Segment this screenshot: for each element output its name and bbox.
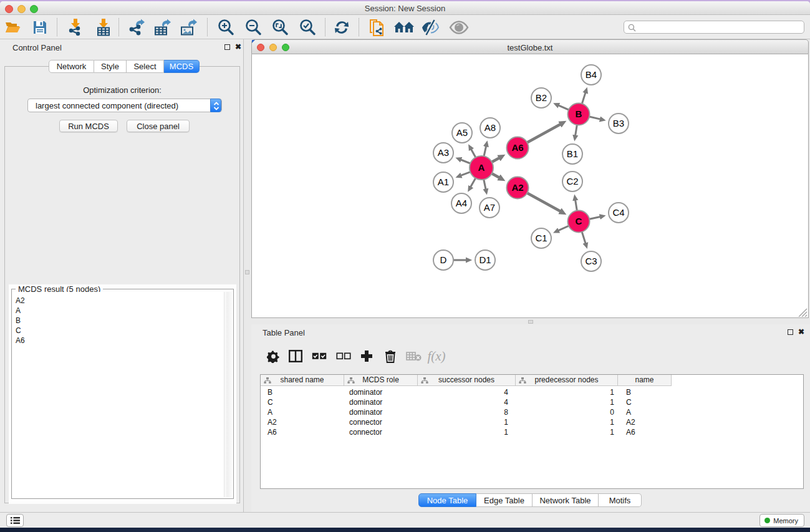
window-title: Session: New Session [0, 4, 810, 13]
settings-gear-icon[interactable] [263, 346, 284, 367]
mcds-result-list[interactable]: A2ABCA6 [13, 292, 232, 497]
run-mcds-button[interactable]: Run MCDS [59, 120, 118, 132]
table-row[interactable]: Bdominator41B [261, 388, 672, 398]
svg-text:A4: A4 [456, 198, 467, 208]
export-image-icon[interactable] [178, 17, 200, 38]
svg-text:A5: A5 [456, 127, 468, 138]
cell-MCDS-role: connector [344, 418, 418, 428]
node-C4[interactable]: C4 [609, 203, 629, 223]
zoom-out-icon[interactable] [242, 17, 264, 38]
column-label: MCDS role [362, 375, 399, 384]
split-view-icon[interactable] [285, 346, 306, 367]
cell-predecessor-nodes: 1 [516, 388, 618, 398]
zoom-in-icon[interactable] [215, 17, 237, 38]
tab-node-table[interactable]: Node Table [418, 493, 476, 507]
node-C2[interactable]: C2 [562, 172, 582, 191]
mcds-result-item[interactable]: A [13, 306, 232, 316]
task-history-button[interactable] [6, 514, 24, 527]
vertical-splitter-grip[interactable] [245, 270, 249, 274]
network-canvas[interactable]: AA6A2BCA1A3A4A5A7A8B1B2B3B4C1C2C3C4DD1 [251, 54, 809, 318]
chevron-up-down-icon [213, 101, 220, 111]
memory-button[interactable]: Memory [759, 514, 804, 527]
tab-style[interactable]: Style [94, 60, 127, 73]
network-window: testGlobe.txt AA6A2BCA1A3A4A5A7A8B1B2B3B… [251, 39, 809, 319]
duplicate-network-icon[interactable] [366, 17, 388, 38]
control-panel-header: Control Panel ✖ [0, 39, 243, 56]
tab-network-table[interactable]: Network Table [533, 493, 599, 507]
node-A5[interactable]: A5 [452, 123, 472, 143]
node-D1[interactable]: D1 [475, 250, 495, 270]
tab-select[interactable]: Select [127, 60, 164, 73]
column-label: predecessor nodes [534, 375, 598, 384]
node-C3[interactable]: C3 [581, 251, 601, 271]
node-A8[interactable]: A8 [480, 118, 500, 138]
network-graph[interactable]: AA6A2BCA1A3A4A5A7A8B1B2B3B4C1C2C3C4DD1 [252, 54, 808, 317]
export-table-icon[interactable] [152, 17, 174, 38]
zoom-fit-icon[interactable] [269, 17, 291, 38]
close-panel-button[interactable]: Close panel [127, 120, 190, 132]
node-A4[interactable]: A4 [451, 193, 471, 213]
column-header-predecessor-nodes[interactable]: predecessor nodes [516, 375, 618, 386]
close-panel-icon[interactable]: ✖ [235, 42, 241, 51]
desktop-background-bottom [0, 527, 810, 532]
svg-text:B3: B3 [613, 118, 624, 128]
tab-network[interactable]: Network [49, 60, 94, 73]
mcds-result-scrollbar[interactable] [224, 292, 232, 497]
search-input[interactable] [624, 21, 804, 34]
node-A[interactable]: A [470, 156, 493, 180]
refresh-icon[interactable] [330, 17, 353, 38]
node-A6[interactable]: A6 [507, 137, 529, 159]
mcds-tab-content: Optimization criterion: largest connecte… [4, 66, 240, 503]
tab-edge-table[interactable]: Edge Table [476, 493, 533, 507]
node-D[interactable]: D [433, 250, 453, 270]
mcds-result-item[interactable]: C [13, 326, 232, 336]
import-table-icon[interactable] [92, 17, 115, 38]
node-B3[interactable]: B3 [609, 114, 629, 133]
cell-shared-name: A6 [261, 428, 344, 438]
table-row[interactable]: A2connector11A2 [261, 418, 672, 428]
mcds-result-item[interactable]: B [13, 316, 232, 326]
criterion-combobox[interactable]: largest connected component (directed) [27, 99, 222, 112]
table-row[interactable]: Cdominator41C [261, 398, 672, 408]
node-C[interactable]: C [568, 211, 590, 233]
column-header-MCDS-role[interactable]: MCDS role [344, 375, 418, 386]
table-row[interactable]: A6connector11A6 [261, 428, 672, 438]
add-column-icon[interactable] [356, 346, 377, 367]
show-all-icon[interactable] [448, 17, 470, 38]
node-A2[interactable]: A2 [507, 177, 529, 199]
cell-shared-name: B [261, 388, 344, 398]
cell-shared-name: A [261, 408, 344, 418]
mcds-result-item[interactable]: A6 [13, 336, 232, 346]
float-panel-icon[interactable] [788, 329, 793, 335]
node-B4[interactable]: B4 [581, 65, 601, 85]
show-home-icon[interactable] [393, 17, 415, 38]
deselect-all-icon[interactable] [333, 346, 354, 367]
mcds-result-item[interactable]: A2 [13, 296, 232, 306]
column-header-shared-name[interactable]: shared name [261, 375, 344, 386]
node-B2[interactable]: B2 [531, 88, 551, 108]
zoom-selected-icon[interactable] [296, 17, 319, 38]
node-B1[interactable]: B1 [562, 144, 582, 164]
toolbar-separator [207, 18, 208, 36]
table-row[interactable]: Adominator80A [261, 408, 672, 418]
node-A3[interactable]: A3 [433, 143, 453, 163]
delete-column-icon[interactable] [380, 346, 401, 367]
save-session-icon[interactable] [29, 17, 51, 38]
import-network-icon[interactable] [64, 17, 87, 38]
open-file-icon[interactable] [2, 17, 24, 38]
horizontal-splitter-grip[interactable] [528, 320, 533, 324]
float-panel-icon[interactable] [224, 44, 230, 50]
close-panel-icon[interactable]: ✖ [798, 327, 804, 336]
node-A7[interactable]: A7 [480, 198, 499, 218]
node-C1[interactable]: C1 [531, 228, 551, 248]
node-A1[interactable]: A1 [433, 172, 453, 192]
resize-grip-icon[interactable] [798, 308, 808, 317]
column-header-successor-nodes[interactable]: successor nodes [418, 375, 516, 386]
column-header-name[interactable]: name [618, 375, 672, 386]
select-all-icon[interactable] [309, 346, 330, 367]
tab-mcds[interactable]: MCDS [164, 60, 200, 73]
node-B[interactable]: B [568, 104, 590, 125]
export-network-icon[interactable] [125, 17, 148, 38]
hide-selected-icon[interactable] [419, 17, 441, 38]
tab-motifs[interactable]: Motifs [599, 493, 642, 507]
